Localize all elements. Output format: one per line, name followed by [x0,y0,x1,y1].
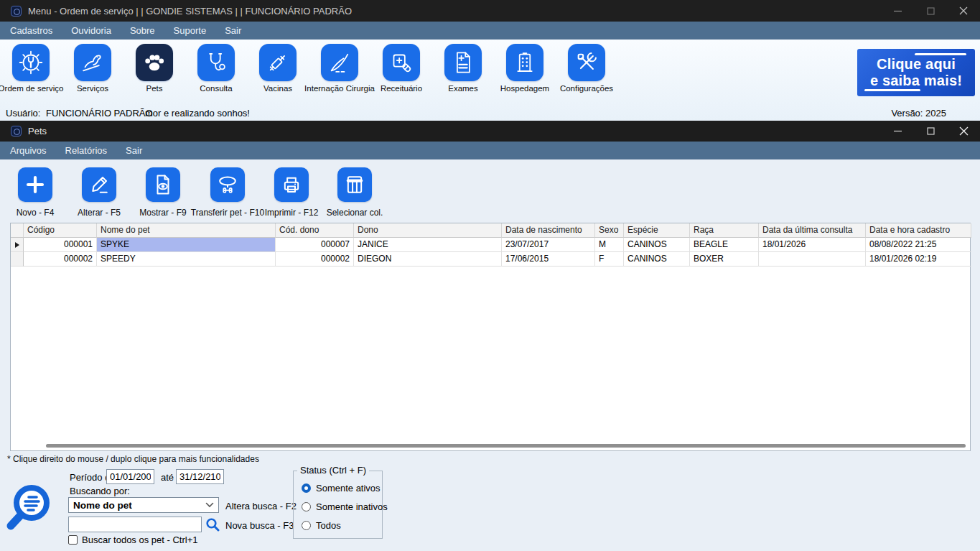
period-from-input[interactable] [106,469,154,484]
cell-dono[interactable]: JANICE [354,238,502,252]
menu-suporte[interactable]: Suporte [174,25,217,36]
col-data-hora-cadastro[interactable]: Data e hora cadastro [866,223,971,238]
radio-label: Todos [316,520,341,531]
toolbar-item-pets[interactable]: Pets [123,44,185,93]
main-toolbar: Ordem de serviço Serviços [0,44,617,93]
search-list-icon [4,478,63,546]
col-especie[interactable]: Espécie [624,223,690,238]
search-by-select[interactable]: Nome do pet [68,497,219,513]
cell-sexo[interactable]: F [595,252,624,267]
toolbar-item-vacinas[interactable]: Vacinas [247,44,309,93]
cell-cod-dono[interactable]: 000002 [276,252,354,267]
cell-especie[interactable]: CANINOS [624,252,690,267]
button-label: Mostrar - F9 [139,208,186,218]
menu-relatorios[interactable]: Relatórios [65,145,118,156]
search-magnifier-icon[interactable] [204,517,221,532]
search-all-label: Buscar todos os pet - Ctrl+1 [82,534,198,545]
app-logo-icon [11,6,22,17]
menu-sobre[interactable]: Sobre [130,25,165,36]
cell-dono[interactable]: DIEGON [354,252,502,267]
cell-ultima-consulta[interactable] [759,252,866,267]
toolbar-item-receituario[interactable]: Receituário [370,44,432,93]
cell-sexo[interactable]: M [595,238,624,252]
col-dono[interactable]: Dono [354,223,502,238]
toolbar-label: Serviços [57,84,129,93]
radio-todos[interactable]: Todos [302,520,341,531]
button-label: Selecionar col. [327,208,383,218]
cell-nome-do-pet[interactable]: SPEEDY [97,252,276,267]
col-data-nascimento[interactable]: Data de nascimento [502,223,595,238]
chevron-down-icon [205,502,214,508]
toolbar-label: Hospedagem [489,84,561,93]
col-sexo[interactable]: Sexo [595,223,624,238]
exam-document-icon [444,44,482,81]
minimize-icon[interactable] [881,121,914,142]
toolbar-item-exames[interactable]: Exames [432,44,494,93]
period-to-input[interactable] [176,469,224,484]
table-row[interactable]: 000002 SPEEDY 000002 DIEGON 17/06/2015 F… [11,252,970,267]
promo-banner[interactable]: Clique aqui e saiba mais! [857,49,975,96]
button-selecionar-colunas[interactable]: Selecionar col. [312,167,398,218]
cell-ultima-consulta[interactable]: 18/01/2026 [759,238,866,252]
version-text: Versão: 2025 [891,108,946,119]
cell-nome-do-pet-selected[interactable]: SPYKE [97,238,276,252]
stethoscope-icon [197,44,235,81]
cell-cod-dono[interactable]: 000007 [276,238,354,252]
button-label: Imprimir - F12 [265,208,319,218]
cell-codigo[interactable]: 000002 [24,252,97,267]
menu-sair[interactable]: Sair [126,145,152,156]
main-window-title: Menu - Ordem de serviço | | GONDIE SISTE… [28,6,352,17]
toolbar-item-configuracoes[interactable]: Configurações [556,44,617,93]
radio-icon [302,502,311,511]
cell-data-nascimento[interactable]: 23/07/2017 [502,238,595,252]
toolbar-label: Internação Cirurgia [304,84,375,93]
hint-text: * Clique direito do mouse / duplo clique… [7,454,259,464]
radio-icon [302,521,311,530]
minimize-icon[interactable] [881,0,914,22]
close-icon[interactable] [947,121,980,142]
cell-especie[interactable]: CANINOS [624,238,690,252]
horizontal-scrollbar[interactable] [46,444,966,448]
row-selector-header [11,223,24,238]
close-icon[interactable] [947,0,980,22]
maximize-icon[interactable] [914,0,947,22]
toolbar-item-consulta[interactable]: Consulta [185,44,247,93]
toolbar-label: Configurações [551,84,622,93]
col-ultima-consulta[interactable]: Data da última consulta [759,223,866,238]
cell-codigo[interactable]: 000001 [24,238,97,252]
menu-cadastros[interactable]: Cadastros [10,25,62,36]
menu-ouvidoria[interactable]: Ouvidoria [71,25,121,36]
toolbar-item-ordem-de-servico[interactable]: Ordem de serviço [0,44,62,93]
radio-somente-inativos[interactable]: Somente inativos [302,501,388,512]
alter-search-label: Altera busca - F2 [225,501,297,511]
maximize-icon[interactable] [914,121,947,142]
cell-raca[interactable]: BEAGLE [690,238,759,252]
radio-selected-icon [302,483,311,493]
col-raca[interactable]: Raça [690,223,759,238]
col-nome-do-pet[interactable]: Nome do pet [97,223,276,238]
paw-icon [136,44,173,81]
table-row[interactable]: 000001 SPYKE 000007 JANICE 23/07/2017 M … [11,238,970,252]
toolbar-item-hospedagem[interactable]: Hospedagem [494,44,556,93]
menu-arquivos[interactable]: Arquivos [10,145,57,156]
toolbar-item-servicos[interactable]: Serviços [62,44,123,93]
until-label: até [161,472,174,483]
cell-raca[interactable]: BOXER [690,252,759,267]
toolbar-item-internacao-cirurgia[interactable]: Internação Cirurgia [309,44,370,93]
row-selector-cell [11,252,24,267]
button-label: Novo - F4 [17,208,55,218]
cell-data-nascimento[interactable]: 17/06/2015 [502,252,595,267]
cell-data-hora-cadastro[interactable]: 08/08/2022 21:25 [866,238,971,252]
search-input[interactable] [68,517,202,532]
toolbar-label: Exames [427,84,499,93]
menu-sair[interactable]: Sair [225,25,251,36]
gear-wrench-icon [12,44,50,81]
pet-collar-icon [210,167,245,202]
cell-data-hora-cadastro[interactable]: 18/01/2026 02:19 [866,252,971,267]
search-all-checkbox[interactable] [68,535,78,545]
user-label: Usuário: [6,108,40,119]
radio-somente-ativos[interactable]: Somente ativos [302,483,381,494]
tools-icon [568,44,605,81]
col-cod-dono[interactable]: Cód. dono [276,223,354,238]
col-codigo[interactable]: Código [24,223,97,238]
